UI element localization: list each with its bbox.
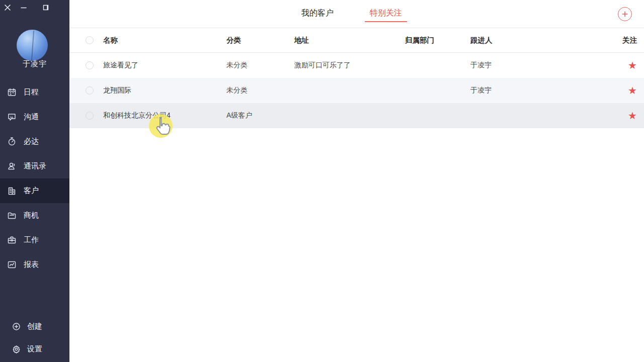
sidebar-footer-item-1[interactable]: 创建 [0,315,69,338]
column-header-department[interactable]: 归属部门 [405,36,434,45]
user-name: 于凌宇 [0,59,69,69]
table-row[interactable]: 和创科技北京分公司4A级客户★ [69,103,644,128]
table-header: 名称 分类 地址 归属部门 跟进人 关注 [69,28,644,53]
sidebar-item-5[interactable]: 客户 [0,178,69,203]
minimize-icon [20,4,28,12]
sidebar-item-3[interactable]: 必达 [0,129,69,154]
column-header-category[interactable]: 分类 [226,36,241,45]
topbar: 我的客户特别关注 [69,0,644,28]
sidebar: 于凌宇 日程沟通必达通讯录客户商机工作报表 创建设置 [0,0,69,362]
plus-circle-icon [12,322,21,331]
window-controls [0,2,69,15]
sidebar-item-label: 客户 [24,186,39,196]
maximize-icon [42,4,50,12]
column-header-name[interactable]: 名称 [103,36,118,45]
sidebar-item-label: 报表 [24,260,39,269]
report-chart-icon [8,260,16,269]
customer-table-body: 旅途看见了未分类激励可口可乐了了于凌宇★龙翔国际未分类于凌宇★和创科技北京分公司… [69,53,644,128]
opportunity-folder-icon [8,211,16,220]
calendar-icon [8,88,16,97]
tab-bar: 我的客户特别关注 [300,6,403,22]
crm-app-window: 于凌宇 日程沟通必达通讯录客户商机工作报表 创建设置 我的客户特别关注 名称 分… [0,0,644,362]
sidebar-item-4[interactable]: 通讯录 [0,154,69,178]
select-all-checkbox[interactable] [86,36,94,44]
close-button[interactable] [2,2,13,13]
sidebar-item-label: 创建 [27,322,42,331]
cell-name: 旅途看见了 [103,61,138,70]
sidebar-item-label: 通讯录 [24,161,46,171]
cell-address: 激励可口可乐了了 [294,61,351,70]
sidebar-item-8[interactable]: 报表 [0,252,69,277]
sidebar-item-label: 日程 [24,87,39,97]
plus-icon [621,10,629,18]
sidebar-item-label: 必达 [24,137,39,146]
cell-follower: 于凌宇 [470,86,492,95]
sidebar-item-label: 商机 [24,211,39,220]
sidebar-item-label: 工作 [24,235,39,245]
sidebar-item-label: 设置 [27,344,42,354]
chat-icon [8,113,16,121]
gear-icon [12,345,21,353]
star-icon[interactable]: ★ [628,60,637,70]
cell-category: 未分类 [226,61,248,70]
stopwatch-icon [8,137,16,146]
cell-category: 未分类 [226,86,248,95]
sidebar-item-2[interactable]: 沟通 [0,105,69,129]
row-checkbox[interactable] [86,86,94,95]
star-icon[interactable]: ★ [628,111,637,121]
column-header-address[interactable]: 地址 [294,36,309,45]
table-row[interactable]: 旅途看见了未分类激励可口可乐了了于凌宇★ [69,53,644,78]
star-icon[interactable]: ★ [628,85,637,96]
sidebar-footer-item-2[interactable]: 设置 [0,338,69,360]
row-checkbox[interactable] [86,112,94,120]
cell-follower: 于凌宇 [470,61,492,70]
cell-name: 和创科技北京分公司4 [103,111,171,120]
column-header-star[interactable]: 关注 [622,36,637,45]
sidebar-item-7[interactable]: 工作 [0,228,69,252]
close-icon [4,4,12,12]
briefcase-icon [8,236,16,244]
tab-2[interactable]: 特别关注 [369,6,403,22]
cell-category: A级客户 [226,111,252,120]
sidebar-item-6[interactable]: 商机 [0,203,69,228]
main-content: 我的客户特别关注 名称 分类 地址 归属部门 跟进人 关注 旅途看见了未分类激励… [69,0,644,362]
sidebar-item-1[interactable]: 日程 [0,80,69,105]
sidebar-item-label: 沟通 [24,112,39,122]
sidebar-footer: 创建设置 [0,315,69,360]
avatar[interactable] [17,30,48,61]
sidebar-menu: 日程沟通必达通讯录客户商机工作报表 [0,80,69,277]
tab-1[interactable]: 我的客户 [300,6,335,22]
minimize-button[interactable] [18,2,29,13]
contacts-icon [8,162,16,170]
customers-building-icon [8,187,16,195]
column-header-follower[interactable]: 跟进人 [470,36,493,45]
cell-name: 龙翔国际 [103,86,131,95]
row-checkbox[interactable] [86,61,94,69]
maximize-button[interactable] [40,2,51,13]
table-row[interactable]: 龙翔国际未分类于凌宇★ [69,78,644,103]
add-customer-button[interactable] [618,7,632,21]
